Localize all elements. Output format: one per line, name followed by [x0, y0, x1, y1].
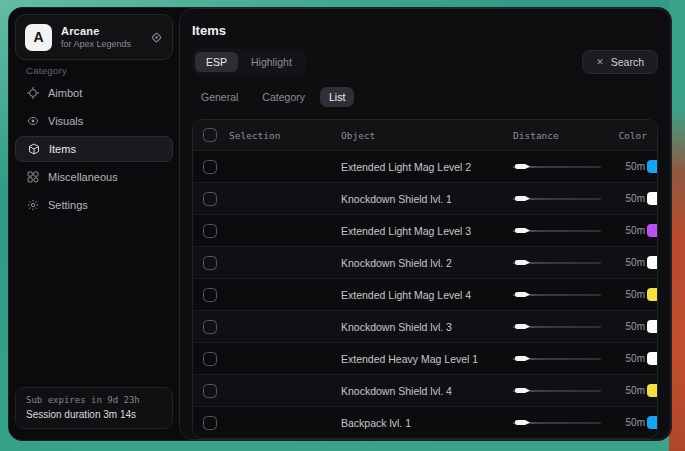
- color-swatch[interactable]: [647, 288, 658, 301]
- object-label: Extended Light Mag Level 4: [341, 289, 513, 301]
- object-label: Knockdown Shield lvl. 2: [341, 257, 513, 269]
- slider-handle[interactable]: [515, 196, 530, 201]
- sidebar-item-items[interactable]: Items: [15, 136, 173, 162]
- color-swatch[interactable]: [647, 256, 658, 269]
- color-swatch[interactable]: [647, 352, 658, 365]
- distance-slider[interactable]: [513, 289, 601, 301]
- row-checkbox[interactable]: [203, 352, 217, 366]
- slider-handle[interactable]: [515, 164, 530, 169]
- distance-slider[interactable]: [513, 353, 601, 365]
- color-swatch[interactable]: [647, 224, 658, 237]
- crosshair-icon: [26, 87, 39, 99]
- select-all-checkbox[interactable]: [203, 128, 217, 142]
- table-row: Knockdown Shield lvl. 3 50m: [193, 310, 657, 342]
- row-checkbox[interactable]: [203, 192, 217, 206]
- view-tab-group: General Category List: [192, 87, 658, 107]
- overlay-window: A Arcane for Apex Legends Category Aimbo…: [8, 7, 672, 441]
- subscription-info: Sub expires in 9d 23h Session duration 3…: [15, 387, 173, 429]
- color-swatch[interactable]: [647, 384, 658, 397]
- toolbar: ESP Highlight ✕ Search: [192, 49, 658, 75]
- slider-handle[interactable]: [515, 356, 530, 361]
- distance-value: 50m: [605, 257, 647, 268]
- mode-tab-group: ESP Highlight: [192, 49, 306, 75]
- sidebar-item-visuals[interactable]: Visuals: [15, 108, 173, 134]
- object-label: Extended Heavy Mag Level 1: [341, 353, 513, 365]
- object-label: Backpack lvl. 1: [341, 417, 513, 429]
- column-header-color: Color: [605, 130, 647, 141]
- table-row: Knockdown Shield lvl. 4 50m: [193, 374, 657, 406]
- app-header: A Arcane for Apex Legends: [15, 14, 173, 60]
- distance-slider[interactable]: [513, 161, 601, 173]
- color-swatch[interactable]: [647, 416, 658, 429]
- distance-value: 50m: [605, 385, 647, 396]
- object-label: Extended Light Mag Level 2: [341, 161, 513, 173]
- box-icon: [27, 143, 40, 155]
- table-row: Knockdown Shield lvl. 2 50m: [193, 246, 657, 278]
- sidebar-item-miscellaneous[interactable]: Miscellaneous: [15, 164, 173, 190]
- sidebar-item-settings[interactable]: Settings: [15, 192, 173, 218]
- distance-value: 50m: [605, 417, 647, 428]
- distance-slider[interactable]: [513, 225, 601, 237]
- color-swatch[interactable]: [647, 160, 658, 173]
- slider-handle[interactable]: [515, 260, 530, 265]
- table-row: Extended Light Mag Level 2 50m: [193, 150, 657, 182]
- search-icon: ✕: [596, 57, 604, 67]
- object-label: Knockdown Shield lvl. 4: [341, 385, 513, 397]
- distance-slider[interactable]: [513, 257, 601, 269]
- sidebar-item-aimbot[interactable]: Aimbot: [15, 80, 173, 106]
- distance-value: 50m: [605, 289, 647, 300]
- slider-handle[interactable]: [515, 292, 530, 297]
- table-row: Extended Heavy Mag Level 1 50m: [193, 342, 657, 374]
- app-subtitle: for Apex Legends: [61, 39, 141, 49]
- grid-icon: [26, 171, 39, 183]
- row-checkbox[interactable]: [203, 416, 217, 430]
- slider-handle[interactable]: [515, 324, 530, 329]
- items-table: Selection Object Distance Color Extended…: [192, 119, 658, 439]
- app-logo: A: [25, 24, 52, 51]
- distance-slider[interactable]: [513, 321, 601, 333]
- sidebar-nav: Aimbot Visuals Items Miscellaneous: [15, 80, 173, 220]
- tab-general[interactable]: General: [192, 87, 247, 107]
- slider-handle[interactable]: [515, 420, 530, 425]
- eye-icon: [26, 115, 39, 127]
- sidebar-item-label: Visuals: [48, 115, 83, 127]
- app-title-block: Arcane for Apex Legends: [61, 25, 141, 49]
- tab-category[interactable]: Category: [253, 87, 314, 107]
- table-row: Backpack lvl. 1 50m: [193, 406, 657, 438]
- row-checkbox[interactable]: [203, 384, 217, 398]
- column-header-object: Object: [341, 130, 513, 141]
- distance-value: 50m: [605, 161, 647, 172]
- tab-highlight[interactable]: Highlight: [240, 52, 303, 72]
- distance-slider[interactable]: [513, 417, 601, 429]
- row-checkbox[interactable]: [203, 224, 217, 238]
- app-title: Arcane: [61, 25, 141, 37]
- object-label: Knockdown Shield lvl. 1: [341, 193, 513, 205]
- tab-esp[interactable]: ESP: [195, 52, 238, 72]
- sidebar-item-label: Aimbot: [48, 87, 82, 99]
- search-button[interactable]: ✕ Search: [582, 50, 658, 74]
- column-header-distance: Distance: [513, 130, 605, 141]
- gear-icon: [26, 199, 39, 211]
- tab-list[interactable]: List: [320, 87, 354, 107]
- distance-value: 50m: [605, 193, 647, 204]
- color-swatch[interactable]: [647, 320, 658, 333]
- table-row: Knockdown Shield lvl. 1 50m: [193, 182, 657, 214]
- color-swatch[interactable]: [647, 192, 658, 205]
- distance-value: 50m: [605, 321, 647, 332]
- sidebar-section-label: Category: [26, 65, 67, 76]
- pin-icon[interactable]: [150, 31, 163, 44]
- distance-value: 50m: [605, 225, 647, 236]
- row-checkbox[interactable]: [203, 288, 217, 302]
- slider-handle[interactable]: [515, 228, 530, 233]
- main-panel: Items ESP Highlight ✕ Search General Cat…: [179, 8, 671, 440]
- slider-handle[interactable]: [515, 388, 530, 393]
- distance-value: 50m: [605, 353, 647, 364]
- table-row: Extended Light Mag Level 4 50m: [193, 278, 657, 310]
- distance-slider[interactable]: [513, 193, 601, 205]
- row-checkbox[interactable]: [203, 256, 217, 270]
- page-title: Items: [192, 23, 658, 38]
- distance-slider[interactable]: [513, 385, 601, 397]
- row-checkbox[interactable]: [203, 320, 217, 334]
- sidebar-item-label: Settings: [48, 199, 88, 211]
- row-checkbox[interactable]: [203, 160, 217, 174]
